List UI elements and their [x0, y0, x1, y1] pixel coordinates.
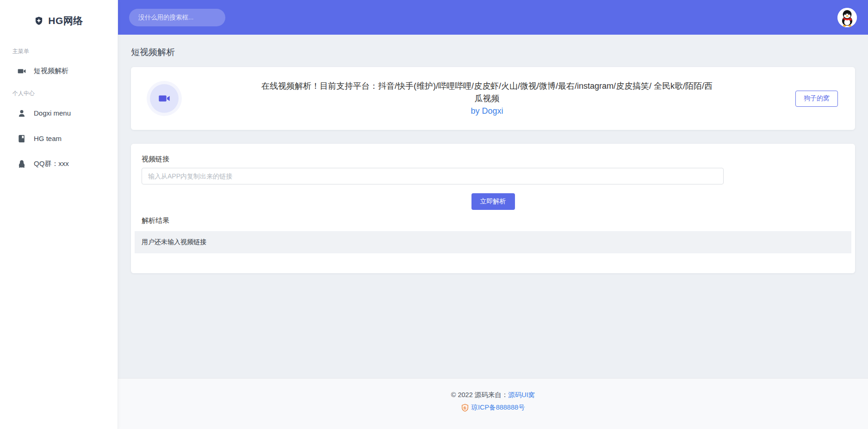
main-column: 短视频解析 在线视频解析！目前支持平台：抖音/快手(维护)/哔哩哔哩/皮皮虾/火…	[118, 0, 868, 429]
icp-shield-icon: 备	[461, 404, 469, 412]
source-ui-link[interactable]: 源码UI窝	[508, 391, 535, 398]
sidebar-section-personal: 个人中心	[12, 89, 118, 98]
parse-now-button[interactable]: 立即解析	[471, 193, 515, 210]
sidebar-item-hg-team[interactable]: HG team	[0, 126, 118, 151]
app-logo-text: HG网络	[48, 14, 83, 27]
videocam-icon	[158, 92, 171, 105]
content-area: 短视频解析 在线视频解析！目前支持平台：抖音/快手(维护)/哔哩哔哩/皮皮虾/火…	[118, 35, 868, 378]
result-label: 解析结果	[142, 216, 844, 225]
sidebar-item-label: HG team	[34, 135, 62, 142]
icp-text: 琼ICP备888888号	[471, 403, 525, 412]
copyright-line: © 2022 源码来自：源码UI窝	[118, 391, 868, 399]
copyright-text: © 2022 源码来自：	[451, 391, 508, 398]
qq-penguin-avatar	[837, 8, 857, 27]
parser-card: 视频链接 立即解析 解析结果 用户还未输入视频链接	[131, 144, 855, 273]
sidebar-item-dogxi-menu[interactable]: Dogxi menu	[0, 100, 118, 126]
user-avatar[interactable]	[837, 8, 857, 27]
banner-card: 在线视频解析！目前支持平台：抖音/快手(维护)/哔哩哔哩/皮皮虾/火山/微视/微…	[131, 67, 855, 130]
top-header	[118, 0, 868, 35]
shield-star-icon	[34, 16, 43, 25]
icp-link[interactable]: 备 琼ICP备888888号	[461, 403, 525, 412]
sidebar-item-label: Dogxi menu	[34, 109, 71, 117]
search-input[interactable]	[129, 9, 225, 26]
byline-link[interactable]: by Dogxi	[192, 105, 781, 117]
supported-platforms-text: 在线视频解析！目前支持平台：抖音/快手(维护)/哔哩哔哩/皮皮虾/火山/微视/微…	[258, 80, 716, 105]
sidebar: HG网络 主菜单 短视频解析 个人中心 Dogxi menu HG team	[0, 0, 118, 429]
sidebar-section-main: 主菜单	[12, 47, 118, 55]
sidebar-item-label: QQ群：xxx	[34, 159, 69, 168]
submit-row: 立即解析	[142, 193, 844, 210]
page-title: 短视频解析	[131, 46, 855, 58]
qq-penguin-icon	[17, 159, 26, 169]
svg-text:备: 备	[464, 405, 467, 410]
dog-home-button[interactable]: 狗子的窝	[795, 91, 838, 107]
result-placeholder-row: 用户还未输入视频链接	[135, 231, 851, 253]
video-link-label: 视频链接	[142, 155, 844, 163]
footer: © 2022 源码来自：源码UI窝 备 琼ICP备888888号	[118, 378, 868, 429]
book-icon	[17, 134, 26, 143]
sidebar-item-label: 短视频解析	[34, 67, 68, 75]
person-icon	[17, 109, 26, 118]
banner-videocam-badge	[150, 84, 179, 113]
videocam-icon	[17, 67, 26, 76]
banner-text-block: 在线视频解析！目前支持平台：抖音/快手(维护)/哔哩哔哩/皮皮虾/火山/微视/微…	[179, 80, 795, 117]
sidebar-item-qq-group[interactable]: QQ群：xxx	[0, 151, 118, 177]
app-logo: HG网络	[0, 0, 118, 42]
sidebar-item-video-parse[interactable]: 短视频解析	[0, 58, 118, 84]
video-link-input[interactable]	[142, 168, 724, 184]
